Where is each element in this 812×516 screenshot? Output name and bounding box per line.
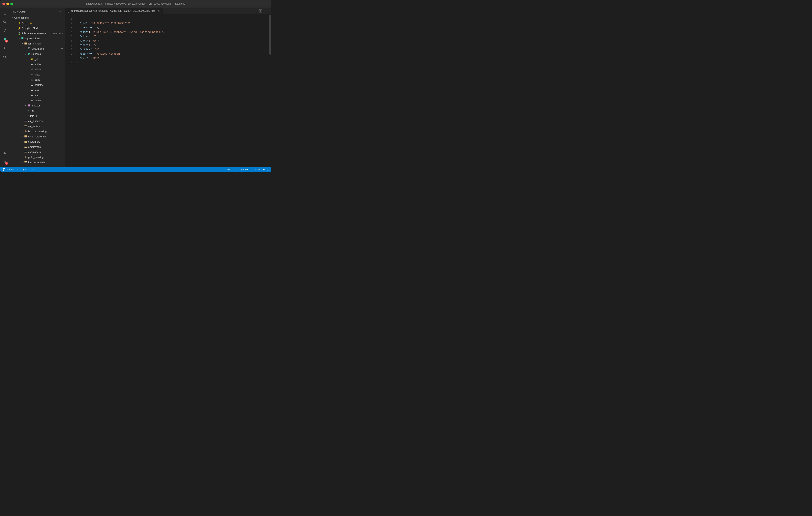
format-icon: ⇌ bbox=[263, 168, 265, 171]
chevron-right-icon: › bbox=[21, 135, 24, 138]
activity-run[interactable] bbox=[1, 44, 9, 52]
tree-exoplanets[interactable]: › exoplanets bbox=[9, 149, 65, 154]
sidebar-title: MONGODB bbox=[13, 10, 26, 13]
indentation[interactable]: Spaces: 2 bbox=[241, 168, 252, 171]
code-content[interactable]: { "_id": "56e9b497732b6122f8790280", "ai… bbox=[75, 14, 269, 167]
string-type-icon: A bbox=[30, 73, 34, 76]
activity-files[interactable] bbox=[1, 9, 9, 17]
tree-gold-banking[interactable]: › 👁 gold_banking bbox=[9, 154, 65, 160]
svg-rect-18 bbox=[24, 122, 27, 122]
number-type-icon: # bbox=[30, 67, 34, 71]
tree-indexes[interactable]: ▾ Indexes bbox=[9, 103, 65, 108]
air-airlines-label: air_airlines bbox=[28, 42, 63, 45]
tree-air-alliances[interactable]: › air_alliances bbox=[9, 118, 65, 124]
activity-search[interactable] bbox=[1, 18, 9, 26]
tree-child-reference[interactable]: › child_reference bbox=[9, 134, 65, 139]
errors-indicator[interactable]: ⊗ 0 bbox=[23, 168, 26, 171]
sidebar-more-button[interactable]: ··· bbox=[59, 10, 62, 13]
close-button[interactable] bbox=[2, 3, 5, 5]
chevron-right-icon: › bbox=[21, 119, 24, 123]
tree-field-country[interactable]: › A country bbox=[9, 82, 65, 87]
svg-rect-31 bbox=[24, 151, 27, 151]
svg-rect-20 bbox=[24, 126, 27, 126]
tree-connections[interactable]: ▾ Connections bbox=[9, 15, 65, 20]
tree-icecream-data[interactable]: › icecream_data bbox=[9, 160, 65, 165]
tree-air-routes[interactable]: › air_routes bbox=[9, 124, 65, 129]
collection-icon bbox=[24, 42, 27, 45]
sync-button[interactable]: ↻ bbox=[17, 168, 19, 171]
field-alias-label: alias bbox=[35, 73, 63, 76]
tree-field-base[interactable]: › A base bbox=[9, 77, 65, 82]
activity-mongodb[interactable]: 1 bbox=[1, 35, 9, 43]
code-editor[interactable]: 1 2 3 4 5 6 7 8 9 10 11 { "_id": "56e9b4… bbox=[65, 14, 271, 167]
svg-rect-3 bbox=[24, 44, 27, 44]
bronze-banking-label: bronze_banking bbox=[28, 130, 63, 133]
string-type-icon: A bbox=[30, 78, 34, 82]
tree-employees[interactable]: › employees bbox=[9, 144, 65, 149]
indexes-label: Indexes bbox=[31, 104, 63, 107]
sync-icon: ↻ bbox=[17, 168, 19, 171]
tree-index-iata1[interactable]: › iata_1 bbox=[9, 113, 65, 118]
tree-field-alias[interactable]: › A alias bbox=[9, 72, 65, 77]
schema-label: Schema bbox=[31, 53, 63, 55]
cursor-position[interactable]: Ln 1, Col 1 bbox=[227, 168, 239, 171]
atlas-cluster-label: Atlas cluster in Azure bbox=[22, 32, 52, 35]
encoding-button[interactable]: ⇌ bbox=[263, 168, 265, 171]
tree-field-icao[interactable]: › A icao bbox=[9, 93, 65, 98]
activity-settings[interactable]: 1 bbox=[1, 158, 9, 165]
activity-extensions[interactable] bbox=[1, 53, 9, 61]
tree-field-active[interactable]: › A active bbox=[9, 62, 65, 67]
editor-tab[interactable]: {} aggregations.air_airlines: "56e9b4977… bbox=[65, 7, 163, 14]
scrollbar-thumb[interactable] bbox=[269, 15, 271, 55]
json-file-icon: {} bbox=[67, 9, 69, 12]
language-mode[interactable]: JSON bbox=[254, 168, 260, 171]
svg-rect-35 bbox=[24, 162, 27, 162]
git-branch[interactable]: master* bbox=[2, 168, 14, 171]
svg-rect-29 bbox=[24, 147, 27, 147]
svg-rect-36 bbox=[24, 163, 27, 163]
titlebar: aggregations.air_airlines: "56e9b497732b… bbox=[0, 0, 271, 7]
tree-atlas-cluster[interactable]: ▾ 🍃 Atlas cluster in Azure connected bbox=[9, 31, 65, 36]
activity-source-control[interactable] bbox=[1, 27, 9, 35]
window-controls[interactable] bbox=[2, 3, 13, 5]
activity-bar-bottom: 1 bbox=[1, 149, 9, 167]
sidebar-content[interactable]: ▾ Connections › ⚡ ADL - 🔒 › ⚡ Analytics … bbox=[9, 15, 65, 167]
tree-documents[interactable]: › Documents 6K bbox=[9, 46, 65, 51]
app-body: 1 1 MONGODB ··· ▾ Connection bbox=[0, 7, 271, 167]
tree-adl[interactable]: › ⚡ ADL - 🔒 bbox=[9, 20, 65, 25]
editor-scrollbar[interactable] bbox=[269, 14, 271, 167]
tree-field-iata[interactable]: › A iata bbox=[9, 87, 65, 93]
tab-close-button[interactable]: × bbox=[157, 9, 161, 13]
layout-button[interactable]: ⊡ bbox=[267, 168, 269, 171]
position-label: Ln 1, Col 1 bbox=[227, 168, 239, 171]
more-actions-button[interactable]: ··· bbox=[264, 8, 270, 14]
svg-rect-15 bbox=[28, 106, 30, 107]
documents-icon bbox=[27, 47, 31, 51]
tree-aggregations[interactable]: ▾ aggregations bbox=[9, 36, 65, 41]
activity-account[interactable] bbox=[1, 149, 9, 157]
tree-field-airline[interactable]: › # airline bbox=[9, 67, 65, 72]
icecream-data-label: icecream_data bbox=[28, 161, 63, 164]
warnings-label: ⚠ 0 bbox=[30, 168, 34, 171]
tab-label: aggregations.air_airlines: "56e9b497732b… bbox=[71, 9, 155, 12]
svg-rect-28 bbox=[24, 146, 27, 146]
tree-bronze-banking[interactable]: › 👁 bronze_banking bbox=[9, 129, 65, 134]
lightning-icon: ⚡ bbox=[18, 26, 21, 30]
warnings-indicator[interactable]: ⚠ 0 bbox=[30, 168, 34, 171]
code-line-3: "airline": 4, bbox=[75, 26, 269, 30]
split-editor-button[interactable] bbox=[258, 8, 263, 14]
tree-field-id[interactable]: › 🔑 _id bbox=[9, 56, 65, 62]
tree-air-airlines[interactable]: ▾ air_airlines bbox=[9, 41, 65, 46]
svg-rect-21 bbox=[24, 127, 27, 127]
code-line-1: { bbox=[75, 17, 269, 21]
tree-field-name[interactable]: › A name bbox=[9, 98, 65, 103]
tree-schema[interactable]: ▾ Schema bbox=[9, 51, 65, 56]
code-line-6: "iata": "WYT", bbox=[75, 39, 269, 43]
field-active-label: active bbox=[35, 63, 63, 66]
tree-customers[interactable]: › customers bbox=[9, 139, 65, 144]
minimize-button[interactable] bbox=[6, 3, 9, 5]
svg-rect-8 bbox=[28, 53, 29, 54]
maximize-button[interactable] bbox=[10, 3, 13, 5]
tree-index-id[interactable]: › _id_ bbox=[9, 108, 65, 113]
tree-analytics-node[interactable]: › ⚡ Analytics Node bbox=[9, 25, 65, 31]
